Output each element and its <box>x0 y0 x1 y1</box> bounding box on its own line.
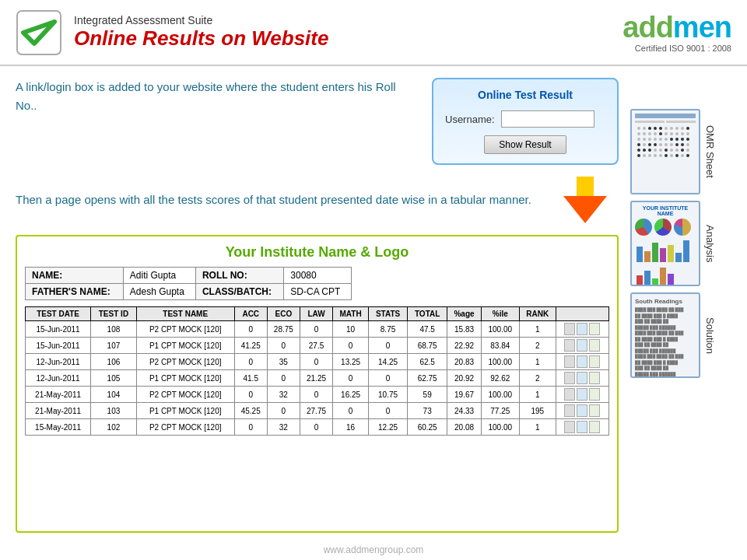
solution-icon <box>589 372 600 384</box>
login-btn-row: Show Result <box>445 135 605 154</box>
table-cell: 13.25 <box>333 354 369 370</box>
brand-block: addmen Certified ISO 9001 : 2008 <box>622 12 731 53</box>
username-input[interactable] <box>501 110 594 128</box>
omr-dot <box>659 143 662 146</box>
omr-dot <box>659 149 662 152</box>
table-cell: 12-Jun-2011 <box>26 354 91 370</box>
analysis-section: YOUR INSTITUTE NAME <box>630 201 731 286</box>
table-cell: 19.67 <box>447 387 482 403</box>
show-result-button[interactable]: Show Result <box>484 135 566 154</box>
analysis-label: Analysis <box>704 225 716 262</box>
table-cell: 106 <box>91 354 137 370</box>
omr-dot <box>637 143 640 146</box>
student-info-table: NAME: Aditi Gupta ROLL NO: 30080 FATHER'… <box>25 267 352 300</box>
table-cell: 2 <box>519 370 556 387</box>
table-cell: 0 <box>267 370 300 387</box>
analysis-thumbnail: YOUR INSTITUTE NAME <box>630 201 700 286</box>
table-cell <box>556 370 608 387</box>
omr-dot <box>670 138 673 141</box>
table-cell: 0 <box>333 370 369 387</box>
omr-dot <box>643 138 646 141</box>
table-cell: P1 CPT MOCK [120] <box>136 338 234 354</box>
top-section: A link/login box is added to your websit… <box>16 78 619 165</box>
table-cell: 105 <box>91 370 137 387</box>
solution-icon <box>589 323 600 335</box>
omr-dots-area <box>635 124 696 159</box>
table-row: 12-Jun-2011106P2 CPT MOCK [120]035013.25… <box>26 354 609 370</box>
table-cell: 32 <box>267 387 300 403</box>
table-cell: 35 <box>267 354 300 370</box>
table-cell: 0 <box>369 403 408 419</box>
footer-url: www.addmengroup.com <box>324 544 424 555</box>
omr-dot <box>686 149 689 152</box>
table-cell: 0 <box>267 403 300 419</box>
omr-dot <box>637 154 640 157</box>
title-block: Integrated Assessment Suite Online Resul… <box>74 14 622 51</box>
table-cell: 15-May-2011 <box>26 419 91 436</box>
brand-men: men <box>673 11 731 44</box>
omr-icon <box>564 355 575 368</box>
table-cell: 16 <box>333 419 369 436</box>
omr-dot <box>665 138 668 141</box>
omr-dot <box>665 143 668 146</box>
class-value: SD-CA CPT <box>284 284 352 300</box>
bar-3 <box>652 243 658 262</box>
table-cell: 0 <box>300 387 332 403</box>
table-cell: 12.25 <box>369 419 408 436</box>
omr-dot <box>637 132 640 135</box>
omr-dot <box>686 154 689 157</box>
col-header: TEST NAME <box>136 307 234 321</box>
student-row-1: NAME: Aditi Gupta ROLL NO: 30080 <box>26 268 352 284</box>
solution-icon <box>589 388 600 401</box>
mini-pie-2 <box>654 219 672 236</box>
table-cell: 77.25 <box>481 403 519 419</box>
table-cell: 60.25 <box>408 419 447 436</box>
right-column: OMR Sheet YOUR INSTITUTE NAME <box>630 78 731 533</box>
col-header: ACC <box>234 307 267 321</box>
table-cell: 100.00 <box>481 387 519 403</box>
bar-1 <box>637 247 643 262</box>
omr-dot <box>686 127 689 130</box>
login-box: Online Test Result Username: Show Result <box>432 78 619 165</box>
omr-dot <box>681 149 684 152</box>
omr-section: OMR Sheet <box>630 109 731 194</box>
omr-dot <box>659 127 662 130</box>
col-header: MATH <box>333 307 369 321</box>
omr-dot <box>637 127 640 130</box>
table-cell: 195 <box>519 403 556 419</box>
solution-title-line: South Readings <box>635 297 696 306</box>
class-label: CLASS/BATCH: <box>195 284 283 300</box>
login-box-title: Online Test Result <box>445 89 605 101</box>
table-cell: 2 <box>519 338 556 354</box>
table-cell: 83.84 <box>481 338 519 354</box>
omr-dot <box>675 143 679 146</box>
table-cell: 28.75 <box>267 321 300 338</box>
table-cell: 16.25 <box>333 387 369 403</box>
bar2-2 <box>644 271 651 286</box>
table-cell: 15.83 <box>447 321 482 338</box>
col-header: TEST ID <box>91 307 137 321</box>
table-cell: 107 <box>91 338 137 354</box>
table-cell: P1 CPT MOCK [120] <box>136 370 234 387</box>
name-value: Aditi Gupta <box>123 268 195 284</box>
omr-dot <box>670 154 673 157</box>
omr-icon <box>564 421 575 433</box>
table-cell: P1 CPT MOCK [120] <box>136 403 234 419</box>
table-cell: 1 <box>519 387 556 403</box>
table-cell: 62.75 <box>408 370 447 387</box>
roll-label: ROLL NO: <box>195 268 283 284</box>
omr-dot <box>654 127 657 130</box>
bar2-4 <box>660 268 666 286</box>
solution-content: South Readings ████ ███ ████ ██ ███ ██ █… <box>632 294 699 378</box>
omr-dot <box>643 143 646 146</box>
omr-dot <box>675 149 679 152</box>
table-cell: 24.33 <box>447 403 482 419</box>
father-label: FATHER'S NAME: <box>26 284 124 300</box>
subtitle: Integrated Assessment Suite <box>74 14 622 26</box>
bar2-3 <box>652 278 658 286</box>
table-cell: 0 <box>234 387 267 403</box>
bar-7 <box>683 240 689 262</box>
col-header <box>556 307 608 321</box>
bar-5 <box>668 245 674 262</box>
result-container: Your Institute Name & Logo NAME: Aditi G… <box>16 235 619 533</box>
